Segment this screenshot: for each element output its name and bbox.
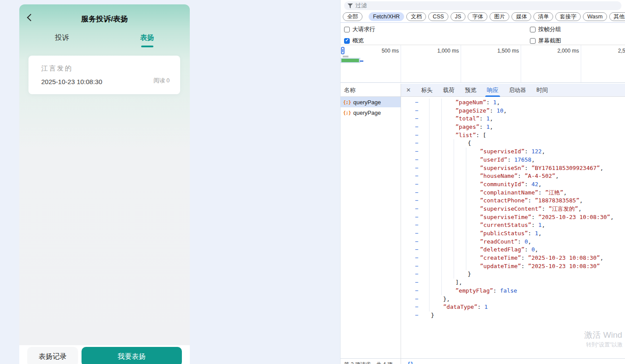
indent-guide (429, 139, 441, 148)
request-row[interactable]: {;}queryPage (341, 97, 401, 107)
fold-marker-icon[interactable]: − (401, 189, 420, 197)
fold-marker-icon[interactable]: − (401, 205, 420, 213)
app-footer: 表扬记录 我要表扬 (19, 345, 190, 364)
fold-marker-icon[interactable]: − (401, 254, 420, 262)
indent-guide (466, 189, 478, 197)
response-json-viewer[interactable]: −”pageNum”: 1,−”pageSize”: 10,−”total”: … (401, 97, 625, 358)
filter-chip[interactable]: 图片 (490, 12, 509, 21)
indent-guide (466, 213, 478, 222)
checkbox[interactable] (530, 27, 536, 32)
name-column-header[interactable]: 名称 (341, 84, 401, 97)
close-icon[interactable]: ✕ (401, 87, 416, 93)
indent-guide (441, 99, 454, 107)
indent-guide (454, 238, 466, 246)
fold-marker-icon[interactable]: − (401, 238, 420, 246)
indent-guide (441, 139, 454, 148)
indent-guide (441, 279, 454, 287)
json-braces-icon[interactable]: {} (407, 360, 413, 364)
indent-guide (466, 262, 478, 271)
fold-marker-icon[interactable]: − (401, 230, 420, 238)
network-overview-timeline[interactable]: 500 ms1,000 ms1,500 ms2,000 ms2,5 (341, 45, 625, 83)
indent-guide (429, 254, 441, 262)
fold-marker-icon[interactable]: − (401, 123, 420, 131)
fold-marker-icon[interactable]: − (401, 115, 420, 123)
filter-chip[interactable]: CSS (428, 12, 448, 21)
detail-tab-标头[interactable]: 标头 (416, 84, 438, 97)
option-unchecked[interactable]: 屏幕截图 (530, 37, 561, 45)
network-status-bar: 第 2 项请求，共 4 项 {} (341, 358, 625, 364)
indent-guide (454, 197, 466, 205)
fold-marker-icon[interactable]: − (401, 156, 420, 164)
filter-chip[interactable]: JS (451, 12, 466, 21)
detail-tab-bar: ✕ 标头载荷预览响应启动器时间 (401, 84, 625, 97)
fold-marker-icon[interactable]: − (401, 287, 420, 295)
fold-marker-icon[interactable]: − (401, 164, 420, 173)
detail-tab-时间[interactable]: 时间 (531, 84, 553, 97)
praise-card[interactable]: 江言发的 2025-10-23 10:08:30 阅读 0 (28, 56, 180, 94)
filter-chip[interactable]: 字体 (468, 12, 487, 21)
fold-marker-icon[interactable]: − (401, 180, 420, 189)
filter-chip[interactable]: 套接字 (555, 12, 581, 21)
checkbox[interactable] (530, 38, 536, 44)
json-line: −”superviseSn”: ”BY1761185309923467”, (401, 164, 625, 173)
activate-windows-watermark: 激活 Wind (584, 329, 622, 341)
request-row[interactable]: {;}queryPage (341, 107, 401, 118)
checkbox[interactable] (344, 27, 350, 32)
detail-tab-预览[interactable]: 预览 (460, 84, 482, 97)
indent-guide (454, 164, 466, 173)
indent-guide (441, 205, 454, 213)
fold-marker-icon[interactable]: − (401, 311, 420, 320)
filter-chip[interactable]: 文档 (406, 12, 426, 21)
tab-praise[interactable]: 表扬 (105, 33, 190, 51)
fold-marker-icon[interactable]: − (401, 172, 420, 180)
fold-marker-icon[interactable]: − (401, 279, 420, 287)
indent-guide (441, 107, 454, 115)
filter-chip[interactable]: 媒体 (511, 12, 531, 21)
fold-marker-icon[interactable]: − (401, 270, 420, 279)
indent-guide (429, 205, 441, 213)
indent-guide (454, 139, 466, 148)
fold-marker-icon[interactable]: − (401, 246, 420, 254)
filter-chip[interactable]: Wasm (583, 12, 607, 21)
filter-chips: 全部Fetch/XHR文档CSSJS字体图片媒体清单套接字Wasm其他 (341, 11, 625, 22)
filter-input[interactable]: 过滤 (344, 1, 621, 10)
tab-complaint[interactable]: 投诉 (19, 33, 105, 51)
fold-marker-icon[interactable]: − (401, 303, 420, 311)
json-line: −”currentStatus”: 1, (401, 221, 625, 230)
filter-chip[interactable]: Fetch/XHR (369, 12, 404, 21)
indent-guide (429, 197, 441, 205)
tab-praise-label: 表扬 (140, 34, 154, 41)
checkbox[interactable] (344, 38, 350, 44)
filter-chip[interactable]: 其他 (609, 12, 625, 21)
fold-marker-icon[interactable]: − (401, 197, 420, 205)
detail-tab-载荷[interactable]: 载荷 (438, 84, 460, 97)
fold-marker-icon[interactable]: − (401, 148, 420, 156)
praise-record-button[interactable]: 表扬记录 (27, 347, 78, 364)
fold-marker-icon[interactable]: − (401, 213, 420, 222)
timeline-tick-label: 2,000 ms (341, 48, 579, 54)
fold-marker-icon[interactable]: − (401, 262, 420, 271)
column-divider[interactable] (401, 84, 401, 364)
create-praise-button[interactable]: 我要表扬 (82, 347, 182, 364)
indent-guide (454, 221, 466, 230)
json-line: −} (401, 311, 625, 320)
option-checked[interactable]: 概览 (344, 37, 364, 45)
filter-chip[interactable]: 全部 (343, 12, 362, 21)
option-unchecked[interactable]: 大请求行 (344, 25, 375, 33)
fold-marker-icon[interactable]: − (401, 139, 420, 148)
option-unchecked[interactable]: 按帧分组 (530, 25, 561, 33)
fold-marker-icon[interactable]: − (401, 295, 420, 304)
fold-marker-icon[interactable]: − (401, 107, 420, 115)
fold-marker-icon[interactable]: − (401, 221, 420, 230)
fold-marker-icon[interactable]: − (401, 99, 420, 107)
indent-guide (429, 287, 441, 295)
funnel-icon (348, 4, 353, 8)
detail-tab-响应[interactable]: 响应 (482, 84, 504, 97)
fold-marker-icon[interactable]: − (401, 131, 420, 140)
json-line-text: ”publicStatus”: 1, (478, 230, 542, 238)
filter-chip[interactable]: 清单 (533, 12, 553, 21)
detail-tab-启动器[interactable]: 启动器 (504, 84, 531, 97)
read-count-badge: 阅读 0 (153, 77, 170, 85)
json-line-text: ”dataType”: 1 (441, 303, 488, 311)
json-line: −”emptyFlag”: false (401, 287, 625, 295)
